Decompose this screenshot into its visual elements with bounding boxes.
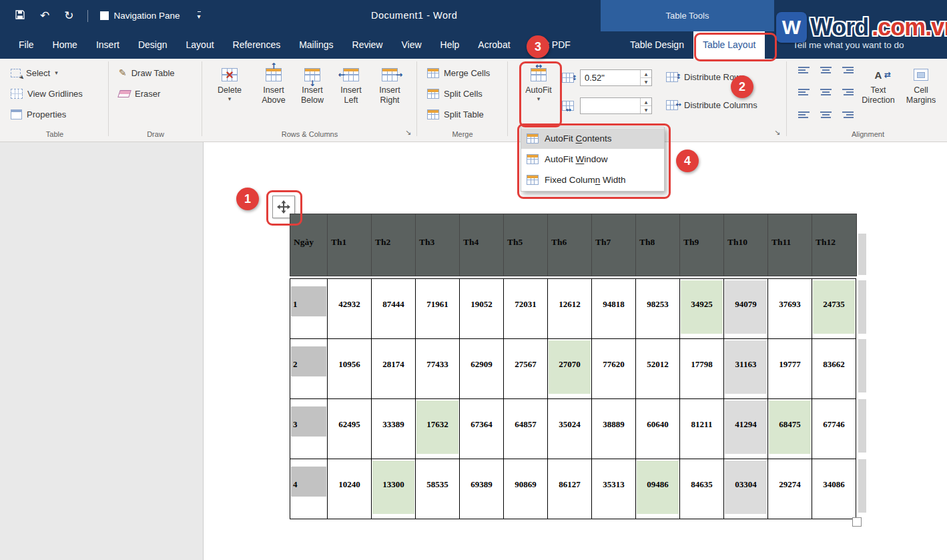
table-cell[interactable]: 98253 xyxy=(636,279,680,339)
table-cell[interactable]: 1 xyxy=(290,279,328,339)
header-cell[interactable]: Th7 xyxy=(592,214,636,276)
table-cell[interactable]: 03304 xyxy=(724,459,768,519)
table-cell[interactable]: 62909 xyxy=(460,339,504,399)
table-cell[interactable]: 42932 xyxy=(328,279,372,339)
table-cell[interactable]: 38889 xyxy=(592,399,636,459)
table-cell[interactable]: 2 xyxy=(290,339,328,399)
table-cell[interactable]: 67364 xyxy=(460,399,504,459)
table-cell[interactable]: 10956 xyxy=(328,339,372,399)
table-cell[interactable]: 33389 xyxy=(372,399,416,459)
table-cell[interactable]: 09486 xyxy=(636,459,680,519)
table-cell[interactable]: 71961 xyxy=(416,279,460,339)
header-cell[interactable]: Th8 xyxy=(636,214,680,276)
table-cell[interactable]: 94818 xyxy=(592,279,636,339)
button-align-top-right[interactable] xyxy=(838,63,857,80)
header-cell[interactable]: Th11 xyxy=(768,214,812,276)
table-cell[interactable]: 34086 xyxy=(812,459,856,519)
split-cells-button[interactable]: Split Cells xyxy=(423,85,487,102)
spin-down-icon[interactable]: ▼ xyxy=(641,106,651,113)
table-cell[interactable]: 60640 xyxy=(636,399,680,459)
tab-help[interactable]: Help xyxy=(431,31,469,59)
table-cell[interactable]: 17632 xyxy=(416,399,460,459)
header-cell[interactable]: Th12 xyxy=(812,214,856,276)
header-cell[interactable]: Th5 xyxy=(504,214,548,276)
button-align-center-left[interactable] xyxy=(794,83,813,101)
tab-table-layout[interactable]: Table Layout xyxy=(693,31,765,59)
eraser-button[interactable]: Eraser xyxy=(115,85,164,102)
button-align-top-left[interactable] xyxy=(794,63,813,80)
table-cell[interactable]: 28174 xyxy=(372,339,416,399)
distribute-columns-button[interactable]: ↔ Distribute Columns xyxy=(662,96,761,113)
tab-insert[interactable]: Insert xyxy=(87,31,129,59)
button-align-top-center[interactable] xyxy=(816,63,835,80)
tab-table-design[interactable]: Table Design xyxy=(621,31,693,59)
menu-item-autofit-contents[interactable]: AutoFit Contents xyxy=(521,128,664,149)
table-cell[interactable]: 24735 xyxy=(812,279,856,339)
button-align-center-center[interactable] xyxy=(816,83,835,101)
table-cell[interactable]: 52012 xyxy=(636,339,680,399)
tab-file[interactable]: File xyxy=(9,31,43,59)
table-cell[interactable]: 31163 xyxy=(724,339,768,399)
table-cell[interactable]: 19777 xyxy=(768,339,812,399)
spin-up-icon[interactable]: ▲ xyxy=(641,70,651,78)
insert-left-button[interactable]: ← Insert Left xyxy=(332,61,370,105)
header-cell[interactable]: Th1 xyxy=(328,214,372,276)
split-table-button[interactable]: Split Table xyxy=(423,105,488,123)
spin-down-icon[interactable]: ▼ xyxy=(641,78,651,85)
table-cell[interactable]: 35024 xyxy=(548,399,592,459)
table-cell[interactable]: 68475 xyxy=(768,399,812,459)
table-cell[interactable]: 90869 xyxy=(504,459,548,519)
draw-table-button[interactable]: ✎ Draw Table xyxy=(115,64,179,81)
table-cell[interactable]: 37693 xyxy=(768,279,812,339)
table-cell[interactable]: 94079 xyxy=(724,279,768,339)
save-icon[interactable] xyxy=(15,9,25,22)
table-cell[interactable]: 72031 xyxy=(504,279,548,339)
tab-layout[interactable]: Layout xyxy=(177,31,224,59)
row-height-input[interactable]: 0.52" ▲▼ xyxy=(580,69,652,86)
table-cell[interactable]: 12612 xyxy=(548,279,592,339)
autofit-button[interactable]: ↔ AutoFit ▾ xyxy=(521,61,556,102)
table-cell[interactable]: 41294 xyxy=(724,399,768,459)
view-gridlines-button[interactable]: View Gridlines xyxy=(7,85,87,102)
table-cell[interactable]: 34925 xyxy=(680,279,724,339)
table-cell[interactable]: 13300 xyxy=(372,459,416,519)
table-cell[interactable]: 62495 xyxy=(328,399,372,459)
spin-up-icon[interactable]: ▲ xyxy=(641,98,651,106)
tab-mailings[interactable]: Mailings xyxy=(290,31,342,59)
cell-margins-button[interactable]: Cell Margins xyxy=(902,61,940,105)
rows-columns-dialog-launcher[interactable]: ↘ xyxy=(405,128,411,137)
redo-icon[interactable]: ↻ xyxy=(64,10,73,21)
table-cell[interactable]: 27070 xyxy=(548,339,592,399)
table-cell[interactable]: 81211 xyxy=(680,399,724,459)
table-cell[interactable]: 84635 xyxy=(680,459,724,519)
properties-button[interactable]: Properties xyxy=(7,105,70,123)
header-cell[interactable]: Th9 xyxy=(680,214,724,276)
table-cell[interactable]: 4 xyxy=(290,459,328,519)
column-width-input[interactable]: ▲▼ xyxy=(580,97,652,114)
tab-home[interactable]: Home xyxy=(43,31,87,59)
table-cell[interactable]: 77433 xyxy=(416,339,460,399)
cell-size-dialog-launcher[interactable]: ↘ xyxy=(774,128,780,137)
insert-above-button[interactable]: ↑ Insert Above xyxy=(255,61,292,105)
table-cell[interactable]: 87444 xyxy=(372,279,416,339)
menu-item-autofit-window[interactable]: AutoFit Window xyxy=(521,149,664,170)
merge-cells-button[interactable]: Merge Cells xyxy=(423,64,494,81)
table-cell[interactable]: 29274 xyxy=(768,459,812,519)
insert-below-button[interactable]: ↓ Insert Below xyxy=(294,61,331,105)
table-cell[interactable]: 67746 xyxy=(812,399,856,459)
tab-design[interactable]: Design xyxy=(129,31,177,59)
table-cell[interactable]: 64857 xyxy=(504,399,548,459)
document-page[interactable]: NgàyTh1Th2Th3Th4Th5Th6Th7Th8Th9Th10Th11T… xyxy=(203,142,947,560)
table-cell[interactable]: 10240 xyxy=(328,459,372,519)
tab-view[interactable]: View xyxy=(392,31,430,59)
undo-icon[interactable]: ↶ xyxy=(40,10,49,21)
tab-acrobat[interactable]: Acrobat xyxy=(468,31,519,59)
header-cell[interactable]: Ngày xyxy=(290,214,328,276)
table-cell[interactable]: 69389 xyxy=(460,459,504,519)
qat-customize-icon[interactable]: ▾ xyxy=(198,11,201,20)
table-cell[interactable]: 27567 xyxy=(504,339,548,399)
table-cell[interactable]: 58535 xyxy=(416,459,460,519)
table-cell[interactable]: 35313 xyxy=(592,459,636,519)
table-cell[interactable]: 83662 xyxy=(812,339,856,399)
navigation-pane-checkbox[interactable] xyxy=(100,11,109,20)
